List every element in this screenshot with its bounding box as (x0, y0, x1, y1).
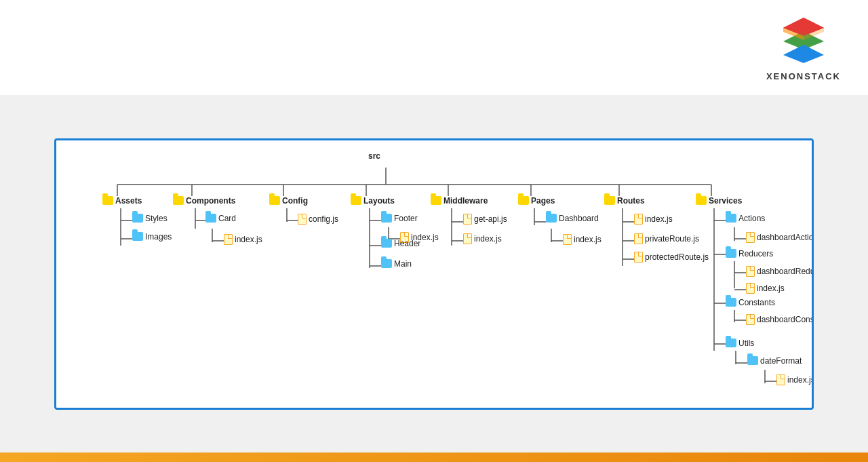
folder-header-icon (381, 239, 392, 248)
folder-config-icon (269, 196, 280, 205)
diagram-box: src Assets Styles Images Components Card (54, 138, 814, 410)
file-get-api-icon (463, 214, 472, 225)
folder-reducers-icon (726, 249, 736, 258)
folder-footer-icon (381, 214, 392, 223)
reducers-label: Reducers (738, 249, 773, 258)
file-dashboard-reducer-icon (746, 266, 755, 277)
header-label: Header (394, 239, 420, 248)
node-actions: Actions (726, 214, 765, 223)
dashboard-label: Dashboard (559, 214, 599, 223)
protected-route-label: protectedRoute.js (645, 252, 709, 262)
routes-index-label: index.js (645, 214, 673, 224)
node-routes: Routes (604, 196, 645, 206)
folder-constants-icon (726, 298, 736, 307)
logo-container: XENONSTACK (766, 14, 841, 81)
node-reducers: Reducers (726, 249, 773, 258)
node-private-route: privateRoute.js (634, 233, 699, 244)
node-dashboard-action: dashboardAction.js (746, 232, 814, 243)
svg-marker-2 (783, 45, 824, 63)
node-protected-route: protectedRoute.js (634, 252, 709, 263)
folder-styles-icon (132, 214, 143, 223)
dateformat-index-label: index.js (787, 375, 814, 385)
node-utils: Utils (726, 339, 754, 348)
tree-lines-svg (56, 140, 812, 408)
file-pages-index-icon (563, 234, 572, 245)
folder-actions-icon (726, 214, 736, 223)
components-label: Components (186, 196, 235, 206)
folder-dashboard-icon (546, 214, 557, 223)
folder-assets-icon (102, 196, 113, 205)
node-main: Main (381, 259, 412, 269)
top-bar: XENONSTACK (0, 0, 868, 95)
pages-label: Pages (531, 196, 555, 206)
node-dateformat: dateFormat (747, 356, 802, 366)
node-reducers-index: index.js (746, 283, 785, 294)
file-dateformat-index-icon (776, 374, 785, 385)
file-middleware-index-icon (463, 233, 472, 244)
node-pages: Pages (518, 196, 555, 206)
node-pages-index: index.js (563, 234, 601, 245)
reducers-index-label: index.js (757, 284, 785, 293)
file-routes-index-icon (634, 214, 643, 225)
file-private-route-icon (634, 233, 643, 244)
node-dashboard-reducer: dashboardReducer.js (746, 266, 814, 277)
folder-routes-icon (604, 196, 615, 205)
constants-label: Constants (738, 298, 775, 307)
folder-pages-icon (518, 196, 529, 205)
folder-images-icon (132, 232, 143, 241)
node-assets: Assets (102, 196, 142, 206)
dashboard-constants-label: dashboardConstants.js (757, 315, 814, 324)
file-dashboard-action-icon (746, 232, 755, 243)
node-dashboard-constants: dashboardConstants.js (746, 314, 814, 325)
node-config: Config (269, 196, 308, 206)
node-constants: Constants (726, 298, 775, 307)
private-route-label: privateRoute.js (645, 234, 699, 244)
main-label: Main (394, 259, 412, 269)
node-layouts: Layouts (351, 196, 395, 206)
folder-services-icon (696, 196, 707, 205)
node-footer: Footer (381, 214, 418, 223)
middleware-label: Middleware (443, 196, 488, 206)
node-card-index: index.js (224, 234, 262, 245)
folder-middleware-icon (431, 196, 441, 205)
card-index-label: index.js (235, 235, 262, 244)
root-node: src (368, 151, 380, 161)
footer-label: Footer (394, 214, 418, 223)
folder-utils-icon (726, 339, 736, 347)
node-middleware-index: index.js (463, 233, 502, 244)
node-dashboard: Dashboard (546, 214, 599, 223)
node-styles: Styles (132, 214, 167, 223)
node-images: Images (132, 232, 172, 242)
services-label: Services (709, 196, 742, 206)
config-js-label: config.js (309, 214, 338, 224)
file-card-index-icon (224, 234, 233, 245)
dashboard-reducer-label: dashboardReducer.js (757, 267, 814, 276)
pages-index-label: index.js (574, 235, 601, 244)
node-header: Header (381, 239, 420, 248)
file-dashboard-constants-icon (746, 314, 755, 325)
get-api-label: get-api.js (474, 214, 507, 224)
node-middleware: Middleware (431, 196, 488, 206)
logo-text: XENONSTACK (766, 71, 841, 81)
folder-dateformat-icon (747, 356, 758, 365)
styles-label: Styles (145, 214, 167, 223)
folder-main-icon (381, 259, 392, 268)
file-config-icon (298, 214, 307, 225)
xenonstack-logo-icon (780, 14, 827, 69)
root-label: src (368, 151, 380, 161)
card-label: Card (218, 214, 236, 223)
node-card: Card (205, 214, 236, 223)
layouts-label: Layouts (363, 196, 395, 206)
node-components: Components (173, 196, 235, 206)
folder-card-icon (205, 214, 216, 223)
images-label: Images (145, 232, 172, 242)
node-dateformat-index: index.js (776, 374, 814, 385)
bottom-bar (0, 453, 868, 462)
actions-label: Actions (738, 214, 765, 223)
node-services: Services (696, 196, 742, 206)
file-protected-route-icon (634, 252, 643, 263)
routes-label: Routes (617, 196, 645, 206)
file-reducers-index-icon (746, 283, 755, 294)
folder-layouts-icon (351, 196, 361, 205)
config-label: Config (282, 196, 308, 206)
